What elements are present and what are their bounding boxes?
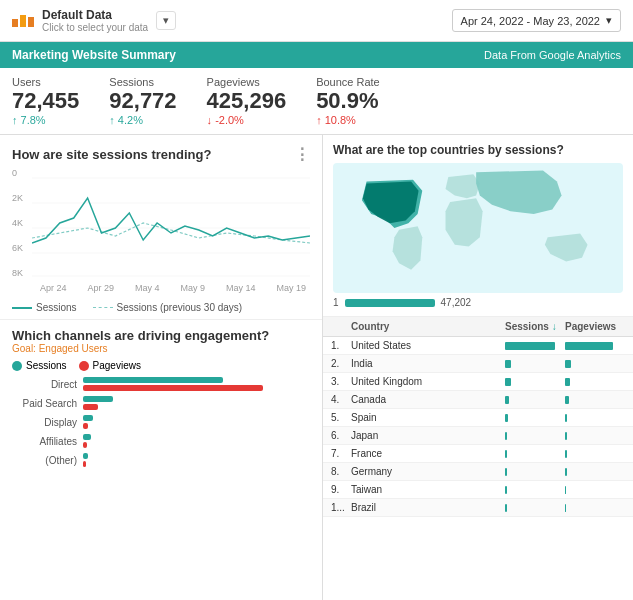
session-mini-bar bbox=[505, 468, 507, 476]
bar-chart-legend: Sessions Pageviews bbox=[12, 360, 310, 371]
map-indicator-value: 47,202 bbox=[441, 297, 472, 308]
pageview-mini-bar bbox=[565, 450, 567, 458]
summary-bar: Marketing Website Summary Data From Goog… bbox=[0, 42, 633, 68]
metric-bounce: Bounce Rate 50.9% ↑ 10.8% bbox=[316, 76, 380, 126]
row-sessions bbox=[505, 432, 565, 440]
row-pageviews bbox=[565, 486, 625, 494]
row-country: Japan bbox=[351, 430, 505, 441]
legend-prev-label: Sessions (previous 30 days) bbox=[117, 302, 243, 313]
sessions-chart-title-text: How are site sessions trending? bbox=[12, 147, 211, 162]
channel-bar-row: Display bbox=[12, 415, 310, 429]
bar-legend-sessions-label: Sessions bbox=[26, 360, 67, 371]
table-row: 5. Spain bbox=[323, 409, 633, 427]
table-row: 6. Japan bbox=[323, 427, 633, 445]
row-country: United States bbox=[351, 340, 505, 351]
legend-sessions: Sessions bbox=[12, 302, 77, 313]
session-mini-bar bbox=[505, 450, 507, 458]
bar-legend-sessions: Sessions bbox=[12, 360, 67, 371]
row-sessions bbox=[505, 396, 565, 404]
channels-chart-section: Which channels are driving engagement? G… bbox=[0, 320, 322, 600]
session-mini-bar bbox=[505, 486, 507, 494]
metric-users-change: ↑ 7.8% bbox=[12, 114, 79, 126]
metric-users-value: 72,455 bbox=[12, 88, 79, 114]
row-country: France bbox=[351, 448, 505, 459]
col-rank bbox=[331, 321, 351, 332]
date-range-dropdown[interactable]: Apr 24, 2022 - May 23, 2022 ▾ bbox=[452, 9, 621, 32]
right-panel: What are the top countries by sessions? bbox=[323, 135, 633, 600]
channel-bar-rows: Direct Paid Search Display Affiliates bbox=[12, 377, 310, 467]
channel-label: Paid Search bbox=[12, 398, 77, 409]
channel-bars-pair bbox=[83, 453, 88, 467]
sessions-bar bbox=[83, 434, 91, 440]
metrics-row: Users 72,455 ↑ 7.8% Sessions 92,772 ↑ 4.… bbox=[0, 68, 633, 135]
data-source-selector[interactable]: Default Data Click to select your data ▾ bbox=[12, 8, 176, 33]
table-row: 4. Canada bbox=[323, 391, 633, 409]
metric-bounce-change: ↑ 10.8% bbox=[316, 114, 380, 126]
pageview-mini-bar bbox=[565, 342, 613, 350]
pageviews-dot bbox=[79, 361, 89, 371]
sessions-chart-section: How are site sessions trending? ⋮ 8K6K4K… bbox=[0, 135, 322, 320]
row-country: Taiwan bbox=[351, 484, 505, 495]
dropdown-chevron: ▾ bbox=[606, 14, 612, 27]
table-header: Country Sessions ↓ Pageviews bbox=[323, 317, 633, 337]
chart-y-labels: 8K6K4K2K0 bbox=[12, 168, 23, 278]
sessions-chart-menu[interactable]: ⋮ bbox=[294, 145, 310, 164]
session-mini-bar bbox=[505, 342, 555, 350]
row-sessions bbox=[505, 414, 565, 422]
row-pageviews bbox=[565, 342, 625, 350]
pageview-mini-bar bbox=[565, 414, 567, 422]
pageview-mini-bar bbox=[565, 504, 566, 512]
summary-bar-source: Data From Google Analytics bbox=[484, 49, 621, 61]
channel-bar-row: Paid Search bbox=[12, 396, 310, 410]
metric-pageviews-value: 425,296 bbox=[207, 88, 287, 114]
chart-x-labels: Apr 24Apr 29May 4May 9May 14May 19 bbox=[36, 283, 310, 293]
main-content: How are site sessions trending? ⋮ 8K6K4K… bbox=[0, 135, 633, 600]
sessions-dot bbox=[12, 361, 22, 371]
left-panel: How are site sessions trending? ⋮ 8K6K4K… bbox=[0, 135, 323, 600]
row-pageviews bbox=[565, 378, 625, 386]
metric-sessions: Sessions 92,772 ↑ 4.2% bbox=[109, 76, 176, 126]
table-row: 1. United States bbox=[323, 337, 633, 355]
channels-chart-title: Which channels are driving engagement? bbox=[12, 328, 310, 343]
pageviews-bar bbox=[83, 423, 88, 429]
session-mini-bar bbox=[505, 432, 507, 440]
table-row: 7. France bbox=[323, 445, 633, 463]
channel-bars-pair bbox=[83, 377, 263, 391]
row-rank: 1... bbox=[331, 502, 351, 513]
sessions-chart-title: How are site sessions trending? ⋮ bbox=[12, 145, 310, 164]
sessions-bar bbox=[83, 453, 88, 459]
sessions-bar bbox=[83, 396, 113, 402]
pageview-mini-bar bbox=[565, 396, 569, 404]
pageview-mini-bar bbox=[565, 468, 567, 476]
channel-label: Display bbox=[12, 417, 77, 428]
date-range-text: Apr 24, 2022 - May 23, 2022 bbox=[461, 15, 600, 27]
row-sessions bbox=[505, 486, 565, 494]
metric-bounce-label: Bounce Rate bbox=[316, 76, 380, 88]
legend-sessions-label: Sessions bbox=[36, 302, 77, 313]
row-sessions bbox=[505, 342, 565, 350]
row-rank: 8. bbox=[331, 466, 351, 477]
row-country: Spain bbox=[351, 412, 505, 423]
bar-legend-pageviews: Pageviews bbox=[79, 360, 141, 371]
channel-bars-pair bbox=[83, 434, 91, 448]
map-container bbox=[333, 163, 623, 293]
summary-bar-title: Marketing Website Summary bbox=[12, 48, 176, 62]
map-title: What are the top countries by sessions? bbox=[333, 143, 623, 157]
pageview-mini-bar bbox=[565, 360, 571, 368]
pageview-mini-bar bbox=[565, 378, 570, 386]
col-sessions: Sessions ↓ bbox=[505, 321, 565, 332]
row-sessions bbox=[505, 504, 565, 512]
metric-pageviews-label: Pageviews bbox=[207, 76, 287, 88]
table-row: 8. Germany bbox=[323, 463, 633, 481]
channel-label: Direct bbox=[12, 379, 77, 390]
pageviews-bar bbox=[83, 461, 86, 467]
session-mini-bar bbox=[505, 360, 511, 368]
channel-bar-row: Direct bbox=[12, 377, 310, 391]
row-pageviews bbox=[565, 360, 625, 368]
data-source-dropdown[interactable]: ▾ bbox=[156, 11, 176, 30]
countries-table: Country Sessions ↓ Pageviews 1. United S… bbox=[323, 317, 633, 600]
pageviews-bar bbox=[83, 442, 87, 448]
row-rank: 2. bbox=[331, 358, 351, 369]
channel-bar-row: Affiliates bbox=[12, 434, 310, 448]
pageviews-bar bbox=[83, 385, 263, 391]
